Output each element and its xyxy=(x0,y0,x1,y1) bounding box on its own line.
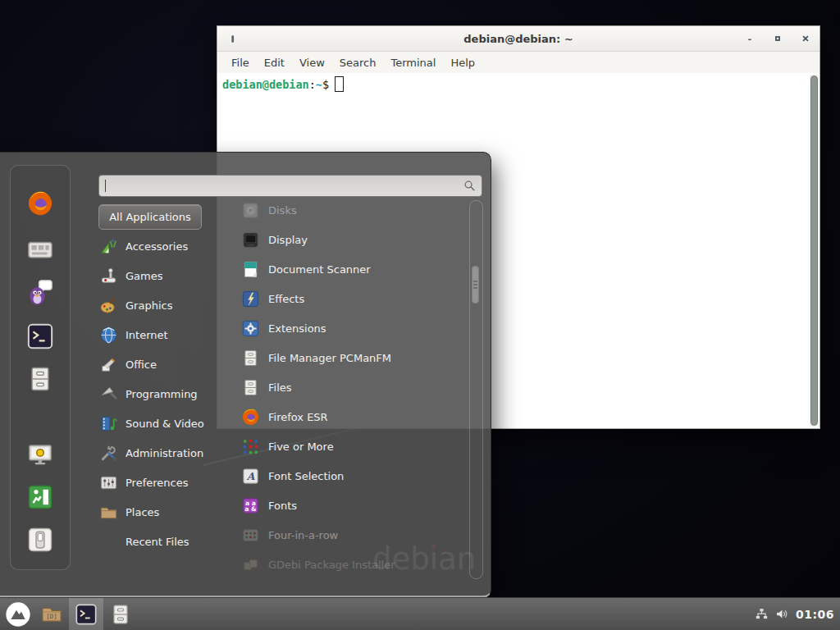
category-label: Sound & Video xyxy=(126,418,204,430)
terminal-menu-edit[interactable]: Edit xyxy=(257,57,292,69)
category-label: Internet xyxy=(126,329,168,341)
terminal-menu-file[interactable]: File xyxy=(224,57,257,69)
app-label: Disks xyxy=(268,204,297,217)
favorite-file-manager-button[interactable] xyxy=(24,363,57,395)
system-tray: 01:06 xyxy=(755,607,840,621)
window-maximize-button[interactable] xyxy=(772,33,783,44)
window-close-button[interactable] xyxy=(800,33,811,44)
app-label: Document Scanner xyxy=(268,263,371,276)
graphics-icon xyxy=(99,296,118,315)
terminal-icon xyxy=(75,603,98,626)
app-item-effects[interactable]: Effects xyxy=(231,284,459,313)
app-item-document-scanner[interactable]: Document Scanner xyxy=(231,254,459,284)
document-scanner-icon xyxy=(241,260,260,279)
volume-icon[interactable] xyxy=(775,607,789,621)
category-item-sound-video[interactable]: Sound & Video xyxy=(99,409,229,438)
category-label: Accessories xyxy=(126,240,188,253)
search-input[interactable] xyxy=(99,180,463,192)
shutdown-button[interactable] xyxy=(24,523,57,556)
taskbar-file-manager-button[interactable]: [D] xyxy=(34,598,69,630)
file-cabinet-icon xyxy=(241,378,260,397)
app-label: Extensions xyxy=(268,322,326,335)
category-item-programming[interactable]: Programming xyxy=(99,379,229,409)
taskbar-launchers: [D] xyxy=(0,598,138,630)
games-icon xyxy=(99,267,118,285)
app-item-extensions[interactable]: Extensions xyxy=(231,313,459,343)
fonts-icon: a aa & xyxy=(241,496,260,515)
app-label: Five or More xyxy=(268,441,334,453)
category-item-places[interactable]: Places xyxy=(99,497,229,527)
category-item-accessories[interactable]: Accessories xyxy=(99,231,229,261)
office-icon xyxy=(99,355,118,374)
menu-scrollbar-thumb[interactable] xyxy=(472,266,479,304)
lock-screen-button[interactable] xyxy=(24,438,57,471)
file-cabinet-icon xyxy=(109,603,132,626)
desktop: debıan debian@debian: ~ FileEditViewSear… xyxy=(0,0,840,630)
app-item-disks[interactable]: Disks xyxy=(231,195,459,225)
file-cabinet-icon xyxy=(26,365,54,393)
app-item-firefox-esr[interactable]: Firefox ESR xyxy=(231,402,459,431)
text-caret xyxy=(105,180,106,192)
terminal-titlebar[interactable]: debian@debian: ~ xyxy=(217,26,819,52)
disks-icon xyxy=(241,201,260,220)
terminal-icon xyxy=(26,322,54,350)
all-applications-button[interactable]: All Applications xyxy=(98,204,202,230)
extensions-icon xyxy=(241,319,260,338)
app-item-files[interactable]: Files xyxy=(231,372,459,402)
category-item-graphics[interactable]: Graphics xyxy=(99,290,229,320)
favorite-pidgin-button[interactable] xyxy=(24,276,57,308)
category-item-office[interactable]: Office xyxy=(99,349,229,379)
prompt-path: ~ xyxy=(316,78,322,91)
window-minimize-button[interactable] xyxy=(744,33,756,44)
terminal-scrollbar[interactable] xyxy=(810,75,819,427)
terminal-menu-view[interactable]: View xyxy=(292,57,332,69)
menu-search-box[interactable] xyxy=(98,175,482,197)
terminal-scrollbar-thumb[interactable] xyxy=(810,75,818,426)
category-list: AccessoriesGamesGraphicsInternetOfficePr… xyxy=(99,231,229,556)
terminal-cursor xyxy=(335,76,344,92)
menu-scrollbar[interactable] xyxy=(469,200,483,579)
file-cabinet-icon xyxy=(241,349,260,368)
taskbar-menu-button[interactable] xyxy=(2,598,34,630)
favorite-terminal-button[interactable] xyxy=(24,320,57,353)
lock-screen-icon xyxy=(26,441,54,468)
programming-icon xyxy=(99,385,118,404)
terminal-prompt: debian@debian:~$ xyxy=(222,76,815,92)
app-item-file-manager-pcmanfm[interactable]: File Manager PCManFM xyxy=(231,343,459,372)
terminal-menu-help[interactable]: Help xyxy=(443,57,482,69)
app-item-four-in-a-row[interactable]: Four-in-a-row xyxy=(231,520,459,550)
taskbar-files-button[interactable] xyxy=(103,598,138,630)
app-item-gdebi-package-installer[interactable]: GDebi Package Installer xyxy=(231,550,459,579)
app-label: File Manager PCManFM xyxy=(268,352,391,364)
prompt-symbol: $ xyxy=(322,78,329,91)
taskbar-terminal-button[interactable] xyxy=(69,598,103,630)
app-item-font-selection[interactable]: AFont Selection xyxy=(231,461,459,491)
category-item-administration[interactable]: Administration xyxy=(99,438,229,468)
category-item-preferences[interactable]: Preferences xyxy=(99,468,229,497)
taskbar-clock[interactable]: 01:06 xyxy=(796,608,834,621)
category-item-games[interactable]: Games xyxy=(99,261,229,290)
favorite-firefox-button[interactable] xyxy=(24,187,57,220)
svg-text:[D]: [D] xyxy=(46,613,57,620)
category-label: Programming xyxy=(126,388,198,400)
favorite-keyboard-button[interactable] xyxy=(24,233,57,266)
effects-icon xyxy=(241,290,260,308)
app-label: GDebi Package Installer xyxy=(268,559,395,571)
favorites-column xyxy=(10,165,71,570)
shutdown-icon xyxy=(26,526,54,554)
category-label: Administration xyxy=(126,447,203,459)
font-selection-icon: A xyxy=(241,467,260,486)
terminal-menu-terminal[interactable]: Terminal xyxy=(383,57,443,69)
logout-button[interactable] xyxy=(24,481,57,514)
category-item-internet[interactable]: Internet xyxy=(99,320,229,349)
sound-video-icon xyxy=(99,414,118,433)
category-item-recent-files[interactable]: Recent Files xyxy=(99,527,229,556)
app-item-five-or-more[interactable]: Five or More xyxy=(231,431,459,461)
app-item-display[interactable]: Display xyxy=(231,225,459,254)
app-item-fonts[interactable]: a aa &Fonts xyxy=(231,491,459,520)
terminal-menu-search[interactable]: Search xyxy=(332,57,384,69)
distro-menu-icon xyxy=(5,601,31,628)
network-icon[interactable] xyxy=(755,607,769,621)
app-label: Display xyxy=(268,234,308,246)
category-label: Games xyxy=(126,270,162,282)
